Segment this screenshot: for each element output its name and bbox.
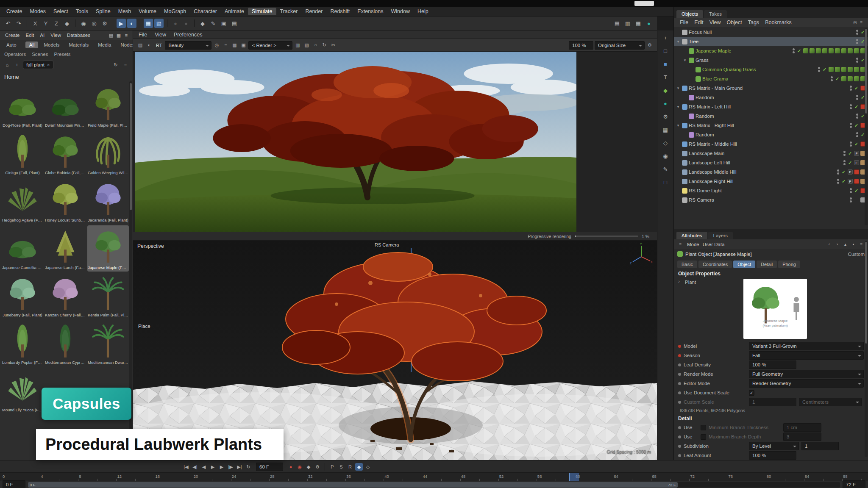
asset-item[interactable]: Japanese Camellia (Fal... [2,225,43,272]
material-tag-chip[interactable] [841,76,846,81]
undo-icon[interactable]: ↶ [3,19,13,28]
menu-tracker[interactable]: Tracker [276,8,302,15]
bounds-tool-icon[interactable]: □ [661,177,670,187]
asset-menu-databases[interactable]: Databases [64,32,93,38]
coord-system-toggle[interactable]: ◆ [62,19,72,28]
asset-menu-view[interactable]: View [48,32,64,38]
visibility-dots[interactable] [855,30,859,35]
axis-x-toggle[interactable]: X [31,19,40,28]
enable-checkmark-icon[interactable]: ✓ [841,169,846,175]
keyframe-dot[interactable] [678,401,681,404]
enable-checkmark-icon[interactable]: ✓ [854,86,859,91]
menu-mograph[interactable]: MoGraph [160,8,190,15]
asset-tab-all[interactable]: All [25,42,39,48]
redshift-tag-chip[interactable] [854,179,859,184]
object-row[interactable]: ▾Grass✓ [674,55,868,65]
keyframe-rotation-toggle[interactable]: R [346,463,354,471]
menu-window[interactable]: Window [387,8,413,15]
visibility-dots[interactable] [849,188,852,193]
simulate-toggle[interactable]: ◐ [127,19,136,28]
vp-menu-preferences[interactable]: Preferences [170,31,206,39]
keyframe-dot[interactable] [678,426,681,429]
pen-tool-icon[interactable]: ✎ [661,164,670,174]
timeline-ruler[interactable]: 0481216202428323640444852566064687276808… [0,472,868,481]
region-icon[interactable]: ▣ [239,42,247,49]
history-back-icon[interactable]: ‹ [826,241,832,247]
detail-value-field[interactable]: 3 [783,433,821,441]
asset-item[interactable]: Golden Weeping Willo... [87,130,129,177]
menu-animate[interactable]: Animate [221,8,248,15]
image-size-dropdown[interactable]: Original Size [595,41,645,50]
menu-modes[interactable]: Modes [26,8,50,15]
objects-menu-file[interactable]: File [677,19,691,26]
plane-tool-icon[interactable]: □ [661,46,670,55]
attribute-value-dropdown[interactable]: Render Geometry [749,379,864,388]
attribute-value-dropdown[interactable]: Fall [749,351,864,360]
objects-menu-tags[interactable]: Tags [746,19,762,26]
asset-item[interactable]: Japanese Larch (Fall, ... [45,225,86,272]
asset-tab-materials[interactable]: Materials [65,42,93,48]
menu-volume[interactable]: Volume [135,8,160,15]
range-start-handle[interactable]: 0 F [30,482,36,487]
layout-switcher[interactable] [634,1,654,6]
keyframe-dot[interactable] [678,445,681,448]
menu-spline[interactable]: Spline [92,8,114,15]
material-tag-chip[interactable] [829,67,834,72]
list-view-icon[interactable]: ▦ [115,31,122,39]
asset-menu-create[interactable]: Create [3,32,22,38]
object-row[interactable]: ▾RS Matrix - Right Hill✓ [674,121,868,130]
asset-menu-edit[interactable]: Edit [23,32,37,38]
account-icon[interactable]: ● [644,19,654,28]
next-frame-button[interactable]: ▶ [218,463,225,471]
enable-checkmark-icon[interactable]: ✓ [854,188,859,194]
asset-item[interactable]: Kanzan Cherry (Fall, Pl... [45,273,86,319]
keyframe-pla-toggle[interactable]: ◇ [364,463,372,471]
use-checkbox[interactable] [701,434,706,440]
leaf-amount-field[interactable]: 100 % [749,451,796,460]
search-filter-chip[interactable]: fall plant× [23,61,53,69]
object-row[interactable]: Random✓ [674,93,868,102]
filter-icon[interactable]: ≡ [222,42,229,49]
enable-checkmark-icon[interactable]: ✓ [841,179,846,184]
menu-redshift[interactable]: Redshift [326,8,353,15]
previous-frame-button[interactable]: ◀ [200,463,208,471]
asset-item[interactable]: Japanese Maple (Fall, ... [87,225,129,272]
record-button[interactable]: ● [287,463,295,471]
objects-menu-edit[interactable]: Edit [692,19,706,26]
autokey-button[interactable]: ◉ [296,463,303,471]
enable-checkmark-icon[interactable]: ✓ [854,141,859,147]
material-tag-chip[interactable] [841,67,846,72]
section-tab-phong[interactable]: Phong [778,261,800,268]
axis-y-toggle[interactable]: Y [41,19,50,28]
menu-render[interactable]: Render [301,8,326,15]
simulation-ball-icon[interactable]: ● [661,99,670,108]
asset-item[interactable]: Dog-Rose (Fall, Plant) [2,83,43,129]
attribute-value-field[interactable]: 100 % [749,360,796,369]
redo-icon[interactable]: ↷ [14,19,23,28]
expand-arrow-icon[interactable]: ▾ [676,39,681,44]
objects-scrollbar[interactable] [865,28,868,225]
detail-value-field[interactable]: 1 cm [783,423,821,432]
field-tag-chip[interactable]: F [848,169,853,175]
object-row[interactable]: RS Matrix - Middle Hill✓ [674,139,868,149]
enable-checkmark-icon[interactable]: ✓ [835,76,840,82]
material-tag-chip[interactable] [829,48,834,53]
asset-tab-auto[interactable]: Auto [3,42,20,48]
subdivision-value-field[interactable]: 1 [801,442,839,450]
asset-item[interactable]: Globe Robinia (Fall, Pl... [45,130,86,177]
attribute-unit-dropdown[interactable]: Centimeters [799,398,862,406]
range-min-field[interactable]: 0 F [3,480,25,488]
visibility-dots[interactable] [843,160,846,165]
range-fill[interactable]: 0 F 72 F [28,482,678,488]
layout-monitor2-icon[interactable]: ▥ [623,19,632,28]
workplane-toggle[interactable]: ▧ [154,19,164,28]
asset-item[interactable]: Jacaranda (Fall, Plant) [87,178,129,224]
mode-menu[interactable]: Mode [687,242,699,247]
field-tag-chip[interactable]: F [854,160,859,165]
asset-item[interactable]: Honey Locust 'Sunbur... [45,178,86,224]
custom-label[interactable]: Custom [848,252,865,257]
attribute-checkbox[interactable]: ✓ [749,390,754,396]
sphere-icon[interactable]: ○ [312,42,319,49]
menu-mesh[interactable]: Mesh [114,8,135,15]
visibility-dots[interactable] [830,76,833,81]
